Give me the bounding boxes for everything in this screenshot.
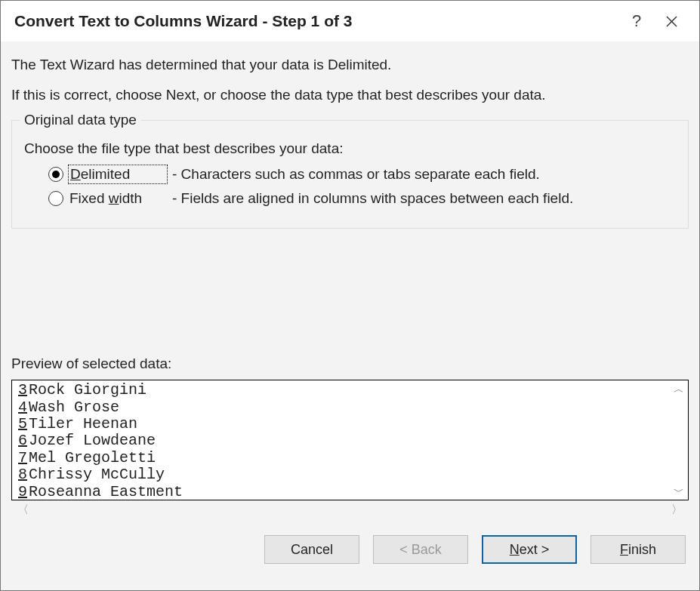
intro-line-1: The Text Wizard has determined that your… — [11, 55, 689, 75]
close-button[interactable] — [654, 6, 689, 36]
close-icon — [666, 16, 677, 27]
preview-content: 3Rock Giorgini4Wash Grose5Tiler Heenan6J… — [12, 380, 670, 500]
preview-row-text: Rock Giorgini — [27, 382, 146, 399]
cancel-button[interactable]: Cancel — [264, 535, 359, 564]
preview-row-text: Tiler Heenan — [27, 416, 137, 432]
scroll-down-icon[interactable]: ﹀ — [674, 483, 684, 500]
scroll-left-icon[interactable]: 〈 — [17, 503, 29, 517]
preview-row-number: 6 — [14, 432, 27, 449]
radio-delimited[interactable] — [48, 167, 63, 182]
preview-row-text: Wash Grose — [27, 399, 119, 416]
help-button[interactable]: ? — [619, 6, 654, 36]
titlebar: Convert Text to Columns Wizard - Step 1 … — [1, 1, 699, 42]
group-legend: Original data type — [20, 112, 141, 128]
radio-fixed-width-label: Fixed width — [69, 190, 166, 207]
preview-row-number: 5 — [14, 416, 27, 432]
preview-row: 4Wash Grose — [14, 399, 668, 416]
preview-row-number: 8 — [14, 466, 27, 483]
radio-delimited-row[interactable]: Delimited - Characters such as commas or… — [48, 166, 677, 183]
radio-fixed-width[interactable] — [48, 191, 63, 206]
preview-row-text: Jozef Lowdeane — [27, 432, 156, 449]
radio-delimited-label: Delimited — [69, 166, 166, 183]
preview-horizontal-scrollbar[interactable]: 〈 〉 — [11, 500, 689, 519]
preview-row: 5Tiler Heenan — [14, 416, 668, 432]
preview-row: 3Rock Giorgini — [14, 382, 668, 399]
preview-row: 8Chrissy McCully — [14, 466, 668, 483]
button-bar: Cancel < Back Next > Finish — [11, 519, 689, 577]
preview-row: 6Jozef Lowdeane — [14, 432, 668, 449]
preview-label: Preview of selected data: — [11, 356, 689, 372]
back-button[interactable]: < Back — [373, 535, 468, 564]
dialog-body: The Text Wizard has determined that your… — [1, 42, 699, 590]
preview-row-number: 3 — [14, 382, 27, 399]
intro-line-2: If this is correct, choose Next, or choo… — [11, 85, 689, 105]
dialog-title: Convert Text to Columns Wizard - Step 1 … — [14, 12, 619, 30]
radio-fixed-width-desc: - Fields are aligned in columns with spa… — [172, 190, 573, 207]
preview-row-text: Roseanna Eastment — [27, 484, 183, 500]
preview-row-text: Mel Gregoletti — [27, 450, 156, 466]
preview-row: 7Mel Gregoletti — [14, 450, 668, 466]
scroll-right-icon[interactable]: 〉 — [671, 503, 683, 517]
finish-button[interactable]: Finish — [591, 535, 686, 564]
original-data-type-group: Original data type Choose the file type … — [11, 112, 689, 229]
radio-fixed-width-row[interactable]: Fixed width - Fields are aligned in colu… — [48, 190, 677, 207]
preview-row-number: 4 — [14, 399, 27, 416]
preview-row-number: 9 — [14, 484, 27, 500]
preview-row: 9Roseanna Eastment — [14, 484, 668, 500]
radio-delimited-desc: - Characters such as commas or tabs sepa… — [172, 166, 540, 183]
scroll-up-icon[interactable]: ︿ — [674, 380, 684, 397]
next-button[interactable]: Next > — [482, 535, 577, 564]
wizard-dialog: Convert Text to Columns Wizard - Step 1 … — [0, 0, 700, 591]
preview-box: 3Rock Giorgini4Wash Grose5Tiler Heenan6J… — [11, 380, 689, 500]
preview-row-text: Chrissy McCully — [27, 466, 165, 483]
preview-row-number: 7 — [14, 450, 27, 466]
intro-text: The Text Wizard has determined that your… — [11, 52, 689, 112]
preview-vertical-scrollbar[interactable]: ︿ ﹀ — [670, 380, 688, 500]
group-prompt: Choose the file type that best describes… — [24, 140, 677, 157]
